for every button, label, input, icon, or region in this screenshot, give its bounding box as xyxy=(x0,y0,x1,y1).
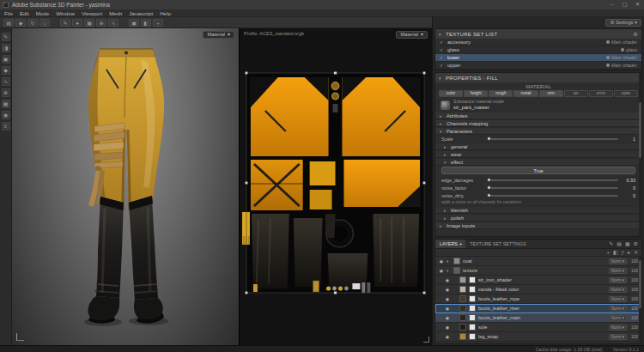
layer-blend-mode[interactable]: Norm▾ xyxy=(609,296,627,302)
layer-thumbnail[interactable] xyxy=(459,333,466,340)
add-mask-icon[interactable]: ◧ xyxy=(613,250,618,255)
layer-blend-mode[interactable]: Norm▾ xyxy=(609,277,627,283)
rotate-tool-icon[interactable]: ↻ xyxy=(27,19,38,27)
menu-item[interactable]: Help xyxy=(160,10,171,16)
layer-opacity[interactable]: 100 xyxy=(629,259,638,264)
projection-tool-icon[interactable]: ▣ xyxy=(2,55,10,64)
minimize-button[interactable]: – xyxy=(605,0,618,9)
layer-thumbnail[interactable] xyxy=(453,258,460,264)
section-image-inputs[interactable]: ▸ Image inputs xyxy=(435,222,641,229)
parameter-slider[interactable] xyxy=(489,179,618,181)
split-view-icon[interactable]: ◧ xyxy=(141,19,151,27)
visibility-eye-icon[interactable]: ◉ xyxy=(445,277,450,282)
section-wear[interactable]: ▸ wear xyxy=(435,150,641,158)
layer-name[interactable]: canda - Mask color xyxy=(478,287,606,292)
layers-tab[interactable]: LAYERS▾ xyxy=(435,240,465,248)
layer-row[interactable]: ◉ leg_strap Norm▾ 100 xyxy=(435,332,641,342)
channel-toggle-button[interactable]: nrm xyxy=(539,90,563,97)
texture-set-check-icon[interactable]: ✓ xyxy=(440,63,445,68)
visibility-eye-icon[interactable]: ◉ xyxy=(445,334,450,339)
visibility-eye-icon[interactable]: ◉ xyxy=(445,287,450,292)
layer-opacity[interactable]: 100 xyxy=(629,325,638,330)
layer-settings-icon[interactable]: ⚙ xyxy=(634,241,638,246)
clone-tool-icon[interactable]: ⊕ xyxy=(96,19,106,27)
shelf-icon[interactable]: ≡ xyxy=(2,122,10,130)
channel-toggle-button[interactable]: height xyxy=(464,90,488,97)
layer-blend-mode[interactable]: Norm▾ xyxy=(609,287,627,293)
layer-blend-mode[interactable]: Norm▾ xyxy=(609,334,627,340)
layer-name[interactable]: boots_leather_riser xyxy=(478,306,606,311)
layer-thumbnail[interactable] xyxy=(459,305,466,312)
eraser-tool-icon[interactable]: ◨ xyxy=(2,44,10,52)
3d-material-mode-button[interactable]: Material ▾ xyxy=(203,31,234,39)
layer-opacity[interactable]: 100 xyxy=(629,297,638,301)
texture-set-row[interactable]: ✓ glass glass xyxy=(435,46,641,54)
visibility-eye-icon[interactable]: ◉ xyxy=(439,268,444,273)
menu-item[interactable]: Mode xyxy=(36,10,49,16)
layer-thumbnail[interactable] xyxy=(459,314,466,321)
layer-name[interactable]: sole xyxy=(478,325,606,330)
texture-set-shader-button[interactable]: Main shader xyxy=(606,63,637,68)
main-menu-icon[interactable]: ▤ xyxy=(3,19,14,27)
slider-knob[interactable] xyxy=(487,178,491,182)
layers-tab[interactable]: TEXTURE SET SETTINGS xyxy=(465,240,532,248)
texture-set-check-icon[interactable]: ✓ xyxy=(440,39,445,45)
section-polish[interactable]: ▸ polish xyxy=(435,214,641,222)
layer-thumbnail[interactable] xyxy=(459,324,466,331)
slider-knob[interactable] xyxy=(487,193,491,197)
layer-mask-thumbnail[interactable] xyxy=(469,295,476,302)
section-channels-mapping[interactable]: ▸ Channels mapping xyxy=(435,119,641,127)
menu-item[interactable]: Javascript xyxy=(129,10,153,16)
layer-row[interactable]: ◉ sole Norm▾ 100 xyxy=(435,323,641,332)
texture-set-settings-icon[interactable]: ⚙ xyxy=(633,31,638,37)
triplanar-toggle-button[interactable]: True xyxy=(441,167,635,174)
layer-name[interactable]: texture xyxy=(463,268,606,273)
texture-set-shader-button[interactable]: Main shader xyxy=(606,55,637,60)
layer-row[interactable]: ◉ canda - Mask color Norm▾ 100 xyxy=(435,285,641,294)
channel-toggle-button[interactable]: opac xyxy=(614,90,638,97)
channel-toggle-button[interactable]: ao xyxy=(564,90,588,97)
section-parameters[interactable]: ▾ Parameters xyxy=(435,127,641,135)
layer-name[interactable]: boots_leather_rope xyxy=(478,296,606,301)
layer-row[interactable]: ◉ ▾ coat Norm▾ 100 xyxy=(435,257,641,266)
layer-thumbnail[interactable] xyxy=(459,295,466,302)
menu-item[interactable]: Window xyxy=(56,10,75,16)
scale-slider-row[interactable]: Scale 1 xyxy=(435,135,641,143)
layer-blend-mode[interactable]: Norm▾ xyxy=(609,258,627,264)
add-folder-icon[interactable]: ▸ xyxy=(628,250,630,255)
layer-row[interactable]: ◉ boots_leather_rope Norm▾ 100 xyxy=(435,294,641,304)
layer-name[interactable]: leg_strap xyxy=(478,334,606,339)
properties-scrollbar[interactable] xyxy=(639,73,641,236)
layer-thumbnail[interactable] xyxy=(459,286,466,293)
section-general[interactable]: ▸ general xyxy=(435,143,641,150)
section-effect[interactable]: ▾ effect xyxy=(435,158,641,166)
scale-slider[interactable] xyxy=(489,138,618,140)
layer-mask-thumbnail[interactable] xyxy=(469,324,476,331)
layer-grid-icon[interactable]: ▦ xyxy=(625,241,630,246)
polygon-fill-icon[interactable]: ◆ xyxy=(2,66,10,75)
folder-caret-icon[interactable]: ▾ xyxy=(447,259,451,264)
layers-scrollbar[interactable] xyxy=(639,257,641,343)
slider-knob[interactable] xyxy=(487,137,491,141)
layer-opacity[interactable]: 100 xyxy=(629,306,638,311)
channel-toggle-button[interactable]: emis xyxy=(589,90,613,97)
section-blemish[interactable]: ▸ blemish xyxy=(435,206,641,214)
channel-toggle-button[interactable]: color xyxy=(439,90,463,97)
layer-mask-thumbnail[interactable] xyxy=(469,333,476,340)
clone-tool-icon[interactable]: ⊕ xyxy=(2,88,10,97)
layer-opacity[interactable]: 100 xyxy=(629,335,638,339)
texture-set-check-icon[interactable]: ✓ xyxy=(440,55,445,60)
visibility-eye-icon[interactable]: ◉ xyxy=(445,325,450,330)
texture-set-list-header[interactable]: ▾ TEXTURE SET LIST ⚙ xyxy=(435,29,641,39)
layer-opacity[interactable]: 100 xyxy=(629,269,638,273)
texture-set-row[interactable]: ✓ upper Main shader xyxy=(435,62,641,70)
layer-mask-thumbnail[interactable] xyxy=(469,305,476,312)
navigation-gizmo[interactable] xyxy=(16,333,24,341)
properties-header[interactable]: ▾ PROPERTIES - FILL xyxy=(435,73,641,82)
2d-material-mode-button[interactable]: Material ▾ xyxy=(396,31,428,39)
settings-button[interactable]: ⚙ Settings ▾ xyxy=(605,19,641,27)
material-mode-row[interactable]: Substance material mode str_pant_master xyxy=(435,98,641,112)
section-attributes[interactable]: ▸ Attributes xyxy=(435,112,641,119)
viewport-3d[interactable]: Material ▾ xyxy=(12,28,239,345)
layer-row[interactable]: ◉ str_iron_shader Norm▾ 100 xyxy=(435,276,641,285)
